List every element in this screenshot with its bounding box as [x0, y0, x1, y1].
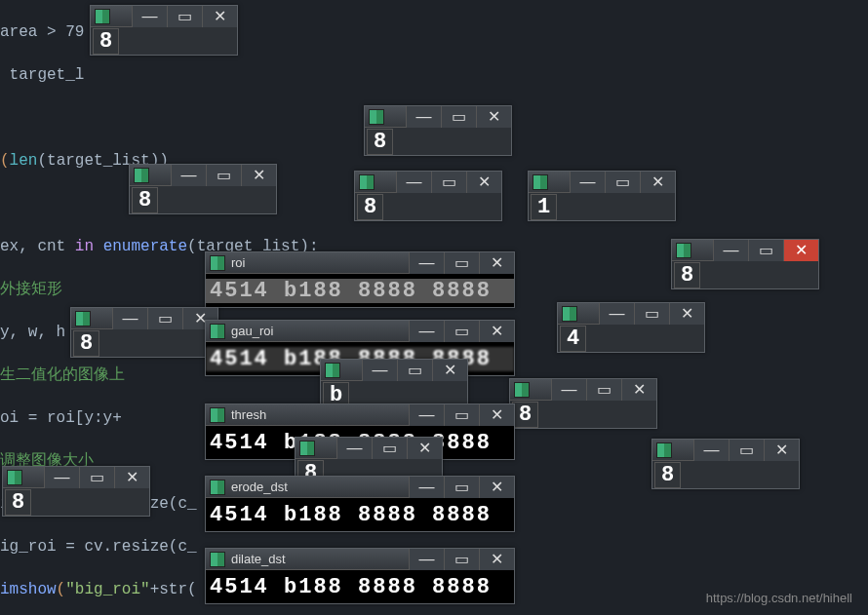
minimize-button[interactable]: —	[362, 360, 397, 381]
minimize-button[interactable]: —	[112, 308, 147, 329]
maximize-button[interactable]: ▭	[605, 172, 640, 193]
maximize-button[interactable]: ▭	[634, 303, 669, 325]
close-button[interactable]: ✕	[479, 404, 514, 426]
close-button[interactable]: ✕	[114, 467, 149, 488]
window-content: 4	[558, 325, 704, 352]
maximize-button[interactable]: ▭	[444, 549, 479, 570]
maximize-button[interactable]: ▭	[729, 440, 764, 461]
cv-window-dilate_dst[interactable]: dilate_dst—▭✕4514 b188 8888 8888	[205, 548, 515, 604]
opencv-app-icon	[95, 9, 110, 24]
opencv-app-icon	[656, 442, 672, 458]
minimize-button[interactable]: —	[396, 172, 431, 193]
cv-window-w13[interactable]: —▭✕8	[651, 439, 800, 489]
opencv-app-icon	[210, 552, 225, 567]
titlebar[interactable]: roi—▭✕	[206, 252, 514, 274]
maximize-button[interactable]: ▭	[748, 240, 783, 261]
maximize-button[interactable]: ▭	[206, 165, 241, 186]
close-button[interactable]: ✕	[479, 477, 514, 498]
opencv-app-icon	[325, 363, 340, 378]
minimize-button[interactable]: —	[132, 6, 167, 27]
minimize-button[interactable]: —	[713, 240, 748, 261]
close-button[interactable]: ✕	[640, 172, 675, 193]
digit-image: 1	[531, 194, 557, 220]
cv-window-w4[interactable]: —▭✕1	[528, 171, 676, 221]
cv-window-w10[interactable]: —▭✕b	[320, 359, 468, 409]
titlebar[interactable]: —▭✕	[296, 438, 442, 459]
titlebar[interactable]: —▭✕	[365, 106, 511, 128]
cv-window-roi[interactable]: roi—▭✕4514 b188 8888 8888	[205, 251, 515, 308]
opencv-app-icon	[210, 324, 225, 339]
titlebar[interactable]: —▭✕	[71, 308, 217, 329]
maximize-button[interactable]: ▭	[397, 360, 432, 381]
titlebar[interactable]: erode_dst—▭✕	[206, 477, 514, 498]
close-button[interactable]: ✕	[241, 165, 276, 186]
minimize-button[interactable]: —	[171, 165, 206, 186]
minimize-button[interactable]: —	[693, 440, 729, 461]
close-button[interactable]: ✕	[479, 252, 514, 274]
titlebar[interactable]: —▭✕	[510, 379, 656, 401]
minimize-button[interactable]: —	[409, 404, 444, 426]
minimize-button[interactable]: —	[409, 477, 444, 498]
titlebar[interactable]: —▭✕	[130, 165, 276, 186]
minimize-button[interactable]: —	[406, 106, 441, 128]
titlebar[interactable]: —▭✕	[672, 240, 818, 261]
minimize-button[interactable]: —	[599, 303, 634, 325]
close-button[interactable]: ✕	[407, 438, 442, 459]
close-button[interactable]: ✕	[202, 6, 237, 27]
titlebar[interactable]: —▭✕	[529, 172, 675, 193]
opencv-app-icon	[562, 306, 577, 322]
minimize-button[interactable]: —	[570, 172, 605, 193]
cv-window-w5[interactable]: —▭✕8	[671, 239, 819, 289]
maximize-button[interactable]: ▭	[586, 379, 621, 401]
titlebar[interactable]: —▭✕	[3, 467, 149, 488]
titlebar[interactable]: gau_roi—▭✕	[206, 321, 514, 342]
close-button[interactable]: ✕	[783, 240, 818, 261]
digit-image: 8	[674, 262, 700, 288]
digit-image: 8	[73, 330, 99, 357]
close-button[interactable]: ✕	[466, 172, 501, 193]
cv-window-w7[interactable]: —▭✕4	[557, 302, 705, 353]
minimize-button[interactable]: —	[409, 252, 444, 274]
maximize-button[interactable]: ▭	[444, 404, 479, 426]
minimize-button[interactable]: —	[336, 438, 372, 459]
maximize-button[interactable]: ▭	[444, 477, 479, 498]
watermark: https://blog.csdn.net/hihell	[706, 591, 852, 605]
cv-window-erode_dst[interactable]: erode_dst—▭✕4514 b188 8888 8888	[205, 476, 515, 532]
maximize-button[interactable]: ▭	[431, 172, 466, 193]
maximize-button[interactable]: ▭	[441, 106, 476, 128]
close-button[interactable]: ✕	[764, 440, 799, 461]
maximize-button[interactable]: ▭	[444, 321, 479, 342]
cv-window-w3[interactable]: —▭✕8	[354, 171, 502, 221]
titlebar[interactable]: —▭✕	[355, 172, 501, 193]
maximize-button[interactable]: ▭	[372, 438, 407, 459]
cv-window-w2[interactable]: —▭✕8	[129, 164, 277, 214]
cv-window-w1[interactable]: —▭✕8	[364, 105, 512, 156]
close-button[interactable]: ✕	[476, 106, 511, 128]
cv-window-w15[interactable]: —▭✕8	[2, 466, 150, 517]
close-button[interactable]: ✕	[479, 321, 514, 342]
close-button[interactable]: ✕	[432, 360, 467, 381]
minimize-button[interactable]: —	[44, 467, 79, 488]
titlebar[interactable]: thresh—▭✕	[206, 404, 514, 426]
code-text: target_l	[0, 66, 84, 84]
close-button[interactable]: ✕	[479, 549, 514, 570]
minimize-button[interactable]: —	[551, 379, 586, 401]
minimize-button[interactable]: —	[409, 321, 444, 342]
window-content: 1	[529, 193, 675, 220]
maximize-button[interactable]: ▭	[167, 6, 202, 27]
maximize-button[interactable]: ▭	[444, 252, 479, 274]
titlebar[interactable]: —▭✕	[91, 6, 237, 27]
window-title: thresh	[229, 407, 409, 422]
maximize-button[interactable]: ▭	[79, 467, 114, 488]
cv-window-w0[interactable]: —▭✕8	[90, 5, 238, 56]
titlebar[interactable]: —▭✕	[652, 440, 799, 461]
minimize-button[interactable]: —	[409, 549, 444, 570]
close-button[interactable]: ✕	[669, 303, 704, 325]
titlebar[interactable]: —▭✕	[321, 360, 467, 381]
maximize-button[interactable]: ▭	[147, 308, 182, 329]
cv-window-w8[interactable]: —▭✕8	[70, 307, 218, 358]
close-button[interactable]: ✕	[621, 379, 656, 401]
titlebar[interactable]: —▭✕	[558, 303, 704, 325]
titlebar[interactable]: dilate_dst—▭✕	[206, 549, 514, 570]
cv-window-w11[interactable]: —▭✕8	[509, 378, 657, 429]
